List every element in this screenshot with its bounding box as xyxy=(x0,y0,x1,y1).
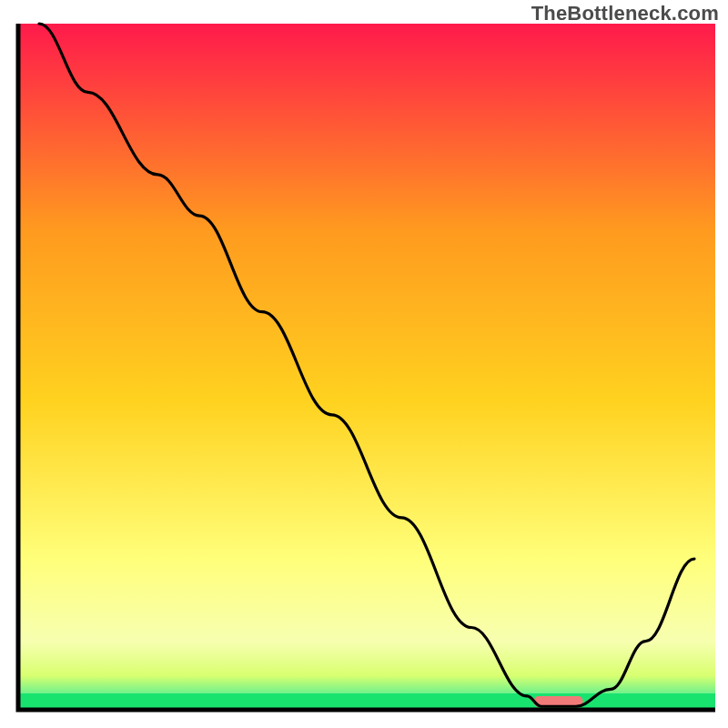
watermark-text: TheBottleneck.com xyxy=(531,2,719,25)
plot-area xyxy=(18,24,715,710)
chart-container: TheBottleneck.com xyxy=(0,0,728,728)
chart-svg xyxy=(0,0,728,728)
heat-background xyxy=(18,24,715,710)
green-band xyxy=(18,693,715,710)
